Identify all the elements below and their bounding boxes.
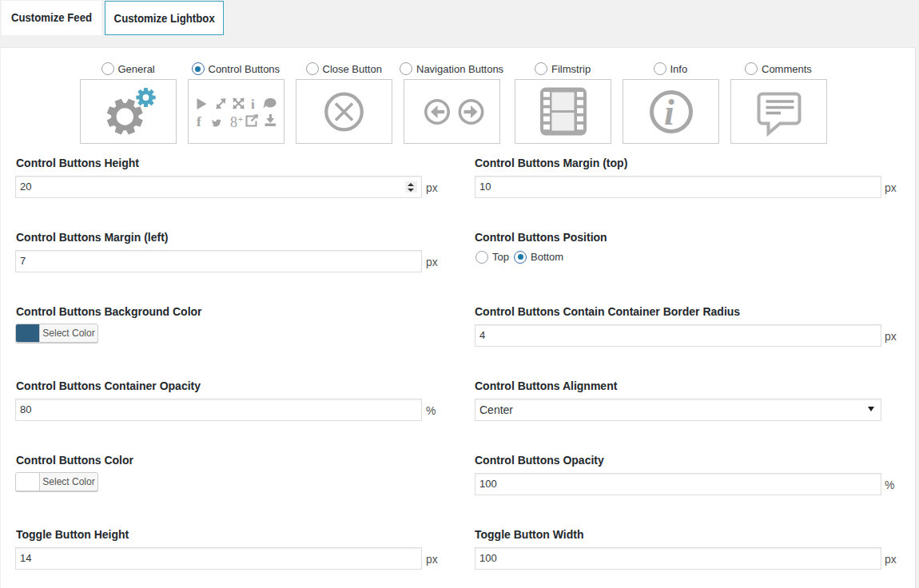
svg-text:i: i (664, 92, 674, 133)
svg-text:+: + (238, 115, 243, 124)
svg-text:f: f (197, 114, 201, 129)
svg-text:i: i (251, 97, 255, 112)
svg-text:8: 8 (230, 114, 237, 130)
